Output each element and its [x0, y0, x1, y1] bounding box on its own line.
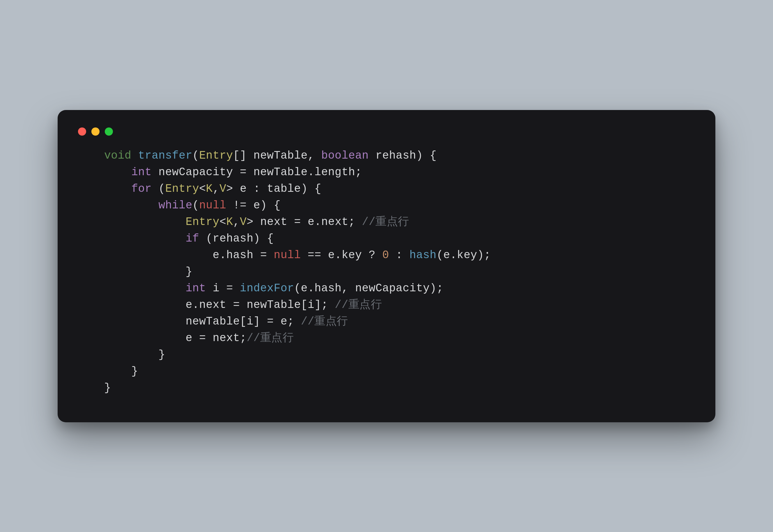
tok-type: K — [226, 216, 233, 228]
tok-comment: //重点行 — [335, 299, 382, 311]
tok-indent — [104, 216, 186, 228]
tok-type: Entry — [186, 216, 220, 228]
tok-punct: ( — [192, 149, 199, 162]
tok-keyword: int — [131, 166, 152, 178]
tok-punct: , — [308, 149, 321, 162]
tok-null: null — [199, 199, 226, 212]
tok-text: } — [104, 382, 111, 394]
tok-indent — [104, 199, 158, 212]
zoom-icon[interactable] — [105, 127, 113, 136]
tok-ident: rehash — [369, 149, 416, 162]
tok-text: e : table) { — [233, 182, 321, 195]
tok-text: e.hash = — [213, 249, 274, 261]
tok-null: null — [274, 249, 301, 261]
tok-text: } — [104, 348, 165, 361]
tok-text: : — [389, 249, 409, 261]
tok-text: newTable[i] = e; — [104, 315, 301, 328]
tok-type: V — [219, 182, 226, 195]
tok-punct: , — [233, 216, 240, 228]
tok-text: newCapacity = newTable.length; — [152, 166, 362, 178]
tok-punct: > — [226, 182, 233, 195]
tok-keyword: while — [158, 199, 192, 212]
code-window: void transfer(Entry[] newTable, boolean … — [58, 110, 715, 422]
tok-func: indexFor — [240, 282, 294, 295]
tok-comment: //重点行 — [247, 332, 294, 344]
tok-punct: > — [247, 216, 253, 228]
tok-type: V — [240, 216, 247, 228]
tok-punct: < — [199, 182, 206, 195]
tok-keyword: if — [186, 232, 199, 245]
tok-text: == e.key ? — [301, 249, 382, 261]
tok-comment: //重点行 — [301, 315, 348, 328]
tok-punct: [] — [233, 149, 247, 162]
tok-indent — [104, 249, 213, 261]
tok-indent — [104, 166, 131, 178]
tok-punct: ( — [152, 182, 165, 195]
tok-punct: , — [213, 182, 219, 195]
tok-type: K — [206, 182, 213, 195]
tok-text: e = next; — [104, 332, 247, 344]
tok-punct: ( — [192, 199, 199, 212]
tok-func: hash — [409, 249, 437, 261]
code-block: void transfer(Entry[] newTable, boolean … — [75, 147, 698, 396]
tok-indent — [104, 282, 186, 295]
tok-text: next = e.next; — [253, 216, 362, 228]
tok-void: void — [104, 149, 131, 162]
tok-func: transfer — [138, 149, 192, 162]
tok-text: (rehash) { — [199, 232, 274, 245]
tok-keyword: int — [186, 282, 206, 295]
tok-comment: //重点行 — [362, 216, 409, 228]
tok-text: != e) { — [226, 199, 281, 212]
tok-indent — [104, 182, 131, 195]
tok-indent — [104, 232, 186, 245]
tok-number: 0 — [382, 249, 389, 261]
window-titlebar — [75, 125, 698, 147]
tok-ident: newTable — [247, 149, 308, 162]
page-frame: void transfer(Entry[] newTable, boolean … — [0, 0, 773, 532]
tok-text: (e.key); — [437, 249, 491, 261]
tok-type: Entry — [165, 182, 199, 195]
tok-text: (e.hash, newCapacity); — [294, 282, 444, 295]
minimize-icon[interactable] — [91, 127, 100, 136]
tok-text: } — [104, 265, 192, 278]
tok-punct: < — [219, 216, 226, 228]
tok-keyword: boolean — [321, 149, 369, 162]
tok-keyword: for — [131, 182, 152, 195]
tok-punct: ) { — [416, 149, 437, 162]
tok-text: i = — [206, 282, 240, 295]
tok-type: Entry — [199, 149, 233, 162]
close-icon[interactable] — [78, 127, 86, 136]
tok-text: e.next = newTable[i]; — [104, 299, 335, 311]
tok-text: } — [104, 365, 138, 377]
